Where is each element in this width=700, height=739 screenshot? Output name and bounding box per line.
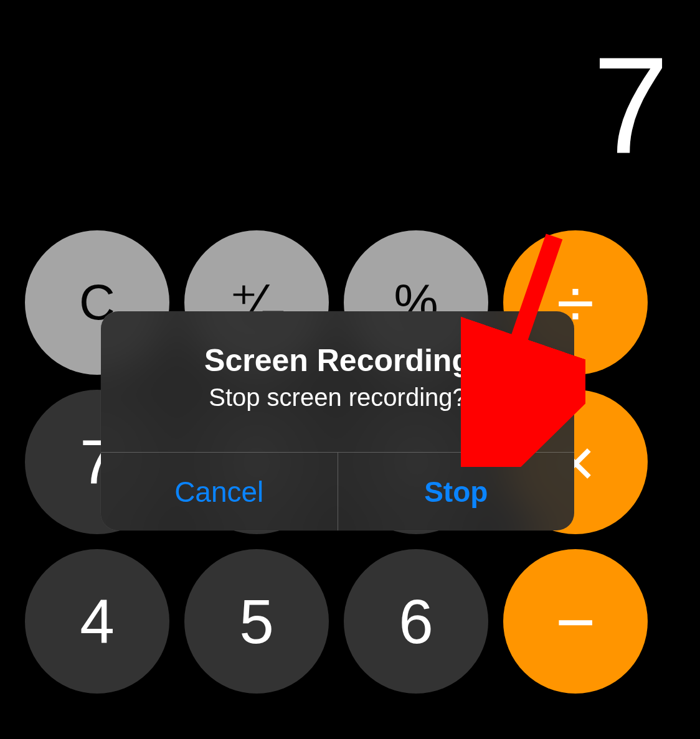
calculator-display: 7	[0, 0, 700, 199]
digit-5-button[interactable]: 5	[184, 549, 329, 694]
alert-body: Screen Recording Stop screen recording?	[101, 311, 574, 436]
alert-title: Screen Recording	[120, 342, 556, 379]
digit-6-button[interactable]: 6	[344, 549, 488, 694]
alert-buttons: Cancel Stop	[101, 452, 574, 530]
cancel-button[interactable]: Cancel	[101, 453, 338, 530]
digit-4-button[interactable]: 4	[25, 549, 169, 694]
stop-button[interactable]: Stop	[338, 453, 575, 530]
alert-message: Stop screen recording?	[120, 384, 556, 412]
display-value: 7	[593, 37, 669, 174]
screen-recording-alert: Screen Recording Stop screen recording? …	[101, 311, 574, 530]
minus-button[interactable]: −	[503, 549, 648, 694]
